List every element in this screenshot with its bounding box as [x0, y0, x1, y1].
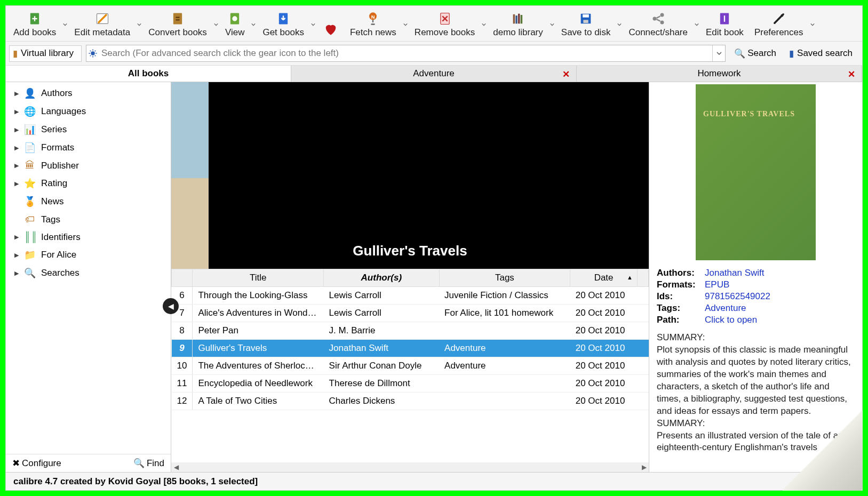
tree-item-news[interactable]: 🏅News [6, 193, 171, 211]
tree-item-rating[interactable]: ▶⭐Rating [6, 174, 171, 193]
find-button[interactable]: 🔍 Find [133, 458, 164, 469]
column-header-title[interactable]: Title [193, 269, 324, 287]
column-header-tags[interactable]: Tags [439, 269, 570, 287]
library-tabs: All booksAdventure✕Homework✕ [6, 66, 862, 82]
scroll-left-arrow[interactable]: ◀ [171, 463, 181, 471]
layout-button[interactable]: ✖ Layout [794, 476, 833, 487]
scroll-right-arrow[interactable]: ▶ [639, 463, 649, 471]
authors-link[interactable]: Jonathan Swift [705, 268, 765, 278]
search-bar: ▮ Virtual library 🔍 Search ▮ Saved searc… [6, 42, 862, 66]
coverflow-view[interactable]: Gulliver's Travels [171, 82, 649, 269]
edit-button[interactable]: Edit metadata [69, 9, 136, 40]
tree-item-series[interactable]: ▶📊Series [6, 121, 171, 139]
tree-item-for-alice[interactable]: ▶📁For Alice [6, 246, 171, 264]
configure-button[interactable]: ✖ Configure [12, 458, 61, 469]
search-gear-icon[interactable] [86, 45, 99, 61]
tab-close-icon[interactable]: ✕ [562, 69, 570, 80]
prefs-button[interactable]: Preferences [749, 9, 809, 40]
table-row[interactable]: 6Through the Looking-GlassLewis CarrollJ… [172, 287, 649, 305]
connect-button[interactable]: Connect/share [623, 9, 693, 40]
virtual-library-button[interactable]: ▮ Virtual library [9, 45, 82, 62]
toolbar-label: Remove books [415, 27, 475, 38]
library-icon [509, 10, 527, 27]
table-row[interactable]: 9Gulliver's TravelsJonathan SwiftAdventu… [172, 340, 649, 357]
get-dropdown-toggle[interactable] [309, 9, 317, 40]
table-row[interactable]: 8Peter PanJ. M. Barrie20 Oct 2010 [172, 322, 649, 340]
tree-item-tags[interactable]: 🏷Tags [6, 211, 171, 228]
add-button[interactable]: Add books [8, 9, 61, 40]
connect-dropdown-toggle[interactable] [693, 9, 700, 40]
tab-all-books[interactable]: All books [6, 66, 291, 82]
tab-close-icon[interactable]: ✕ [848, 69, 855, 80]
tree-item-searches[interactable]: ▶🔍Searches [6, 264, 171, 282]
saved-search-button[interactable]: ▮ Saved search [785, 47, 857, 60]
view-button[interactable]: View [220, 9, 250, 40]
tree-category-icon: ║║ [24, 231, 36, 243]
cell-date: 20 Oct 2010 [570, 393, 638, 410]
demo-dropdown-toggle[interactable] [548, 9, 556, 40]
disclosure-arrow-icon: ▶ [14, 145, 19, 151]
svg-rect-11 [518, 14, 520, 24]
path-link[interactable]: Click to open [705, 315, 757, 325]
row-index: 12 [172, 393, 193, 410]
tree-item-formats[interactable]: ▶📄Formats [6, 139, 171, 157]
detail-cover-image[interactable]: GULLIVER'S TRAVELS [696, 84, 816, 260]
column-header-author-s-[interactable]: Author(s) [324, 269, 439, 287]
cell-tags [439, 393, 570, 410]
edit-dropdown-toggle[interactable] [136, 9, 143, 40]
tools-icon: ✖ [12, 458, 20, 469]
get-button[interactable]: Get books [257, 9, 309, 40]
tree-item-identifiers[interactable]: ▶║║Identifiers [6, 228, 171, 246]
sidebar-collapse-handle[interactable]: ◀ [163, 298, 179, 314]
svg-rect-9 [513, 14, 515, 24]
cell-title: Gulliver's Travels [193, 340, 324, 357]
news-icon: N [364, 10, 381, 27]
tree-item-publisher[interactable]: ▶🏛Publisher [6, 157, 171, 174]
demo-button[interactable]: demo library [488, 9, 548, 40]
tree-item-label: Searches [41, 268, 79, 278]
tree-item-languages[interactable]: ▶🌐Languages [6, 102, 171, 121]
book-list-table: TitleAuthor(s)TagsDate▲ 6Through the Loo… [171, 269, 649, 410]
cell-author: J. M. Barrie [324, 322, 439, 340]
cell-author: Sir Arthur Conan Doyle [324, 357, 439, 375]
formats-link[interactable]: EPUB [705, 279, 729, 290]
save-dropdown-toggle[interactable] [616, 9, 623, 40]
cell-date: 20 Oct 2010 [570, 322, 638, 340]
table-row[interactable]: 11Encyclopedia of NeedleworkTherese de D… [172, 375, 649, 393]
tab-homework[interactable]: Homework✕ [577, 66, 862, 82]
search-dropdown-toggle[interactable] [712, 45, 725, 61]
cell-title: Alice's Adventures in Wonderl… [193, 305, 324, 322]
add-dropdown-toggle[interactable] [61, 9, 69, 40]
view-dropdown-toggle[interactable] [250, 9, 257, 40]
disclosure-arrow-icon: ▶ [14, 90, 19, 97]
tree-item-authors[interactable]: ▶👤Authors [6, 84, 171, 102]
convert-dropdown-toggle[interactable] [212, 9, 220, 40]
save-button[interactable]: Save to disk [556, 9, 616, 40]
search-input[interactable] [99, 45, 712, 61]
editbook-button[interactable]: Edit book [700, 9, 749, 40]
tree-category-icon: 🏅 [24, 196, 36, 207]
path-label: Path: [657, 315, 705, 325]
ids-link[interactable]: 9781562549022 [705, 291, 770, 302]
tree-category-icon: 🏷 [24, 214, 36, 225]
table-row[interactable]: 7Alice's Adventures in Wonderl…Lewis Car… [172, 305, 649, 322]
convert-button[interactable]: Convert books [143, 9, 212, 40]
disclosure-arrow-icon: ▶ [14, 270, 19, 277]
tab-adventure[interactable]: Adventure✕ [291, 66, 577, 82]
table-row[interactable]: 10The Adventures of Sherlock H…Sir Arthu… [172, 357, 649, 375]
search-button[interactable]: 🔍 Search [730, 47, 781, 60]
tags-link[interactable]: Adventure [705, 303, 746, 314]
heart-button[interactable] [317, 9, 345, 40]
remove-button[interactable]: Remove books [409, 9, 480, 40]
column-header-date[interactable]: Date▲ [570, 269, 638, 287]
jobs-spinner-icon[interactable] [843, 476, 855, 487]
table-row[interactable]: 12A Tale of Two CitiesCharles Dickens20 … [172, 393, 649, 410]
fetch-dropdown-toggle[interactable] [402, 9, 409, 40]
cell-date: 20 Oct 2010 [570, 287, 638, 305]
prefs-dropdown-toggle[interactable] [809, 9, 816, 40]
horizontal-scrollbar[interactable]: ◀ ▶ [171, 462, 649, 472]
row-index-column[interactable] [172, 269, 193, 287]
remove-dropdown-toggle[interactable] [480, 9, 488, 40]
fetch-button[interactable]: NFetch news [345, 9, 402, 40]
toolbar-label: demo library [493, 27, 543, 38]
